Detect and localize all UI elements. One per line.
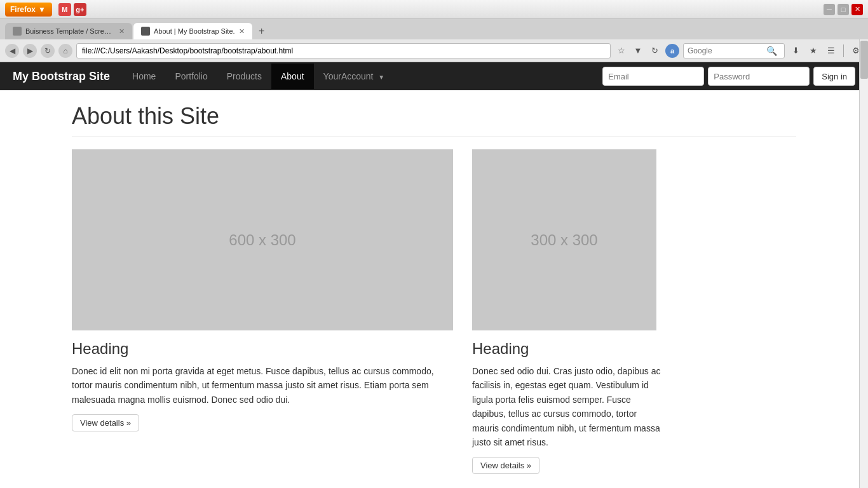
nav-item-home: Home [123, 64, 165, 89]
home-button[interactable]: ⌂ [58, 44, 72, 58]
tab-icon-business [13, 27, 22, 36]
close-button[interactable]: ✕ [851, 4, 863, 15]
gplus-icon[interactable]: g+ [74, 3, 86, 16]
browser-addressbar: ◀ ▶ ↻ ⌂ ☆ ▼ ↻ a 🔍 ⬇ ★ ☰ ⚙ [0, 39, 868, 62]
heading-right: Heading [472, 340, 663, 358]
image-label-right: 300 x 300 [531, 231, 597, 249]
page-container: About this Site 600 x 300 Heading Donec … [53, 90, 815, 488]
tab-label-about: About | My Bootstrap Site. [154, 27, 235, 35]
column-left: 600 x 300 Heading Donec id elit non mi p… [72, 149, 453, 474]
firefox-button[interactable]: Firefox ▼ [5, 3, 52, 17]
downloads-icon[interactable]: ⬇ [789, 44, 803, 58]
navbar-brand[interactable]: My Bootstrap Site [13, 70, 110, 83]
tab-icon-about [141, 27, 150, 36]
menu-icon[interactable]: ☰ [824, 44, 838, 58]
heading-left: Heading [72, 340, 453, 358]
maximize-button[interactable]: □ [837, 4, 849, 15]
minimize-button[interactable]: ─ [824, 4, 835, 15]
column-right: 300 x 300 Heading Donec sed odio dui. Cr… [472, 149, 663, 474]
page-title: About this Site [72, 103, 796, 130]
page-header: About this Site [72, 103, 796, 137]
nav-link-products[interactable]: Products [217, 64, 271, 89]
tab-close-about[interactable]: ✕ [239, 27, 245, 36]
navbar: My Bootstrap Site Home Portfolio Product… [0, 62, 868, 90]
tab-label-business: Buisness Template / Screenshots [25, 27, 115, 35]
nav-link-about[interactable]: About [271, 64, 314, 89]
firefox-arrow: ▼ [38, 5, 46, 14]
bookmarks-icon[interactable]: ★ [806, 44, 820, 58]
signin-button[interactable]: Sign in [813, 67, 855, 86]
text-left: Donec id elit non mi porta gravida at eg… [72, 364, 453, 407]
bookmark-star-icon[interactable]: ☆ [614, 44, 628, 58]
nav-item-products: Products [217, 64, 271, 89]
search-box[interactable]: 🔍 [683, 43, 785, 58]
nav-link-home[interactable]: Home [123, 64, 165, 89]
navbar-right: Sign in [602, 67, 855, 86]
view-details-button-left[interactable]: View details » [72, 414, 139, 431]
browser-chrome: Firefox ▼ M g+ ─ □ ✕ Buisness Template /… [0, 0, 868, 62]
refresh-icon[interactable]: ↻ [648, 44, 661, 58]
tab-business-template[interactable]: Buisness Template / Screenshots ✕ [5, 23, 132, 39]
image-placeholder-right: 300 x 300 [472, 149, 656, 330]
forward-button[interactable]: ▶ [23, 44, 37, 58]
tab-close-business[interactable]: ✕ [119, 27, 125, 36]
new-tab-button[interactable]: + [254, 23, 270, 39]
dropdown-arrow-icon: ▼ [378, 74, 384, 81]
browser-titlebar: Firefox ▼ M g+ ─ □ ✕ [0, 0, 868, 19]
address-bar[interactable] [76, 43, 611, 58]
tab-about[interactable]: About | My Bootstrap Site. ✕ [133, 23, 252, 39]
navbar-nav: Home Portfolio Products About YourAccoun… [123, 64, 602, 89]
nav-link-youraccount[interactable]: YourAccount ▼ [314, 64, 395, 89]
search-icon: 🔍 [766, 46, 777, 56]
nav-link-portfolio[interactable]: Portfolio [165, 64, 217, 89]
image-label-left: 600 x 300 [229, 231, 295, 249]
password-input[interactable] [708, 67, 810, 86]
content-row: 600 x 300 Heading Donec id elit non mi p… [72, 149, 796, 474]
nav-item-portfolio: Portfolio [165, 64, 217, 89]
email-input[interactable] [602, 67, 704, 86]
image-placeholder-left: 600 x 300 [72, 149, 453, 330]
scrollbar-thumb[interactable] [860, 41, 868, 79]
window-controls: ─ □ ✕ [824, 4, 863, 15]
view-details-button-right[interactable]: View details » [472, 457, 539, 474]
reload-button[interactable]: ↻ [41, 44, 55, 58]
toolbar-icons: ☆ ▼ ↻ [614, 44, 661, 58]
firefox-label: Firefox [10, 5, 36, 14]
bookmark-down-icon[interactable]: ▼ [631, 44, 645, 58]
nav-item-about: About [271, 64, 314, 89]
search-input[interactable] [688, 46, 764, 55]
account-icon[interactable]: a [665, 44, 679, 58]
scrollbar[interactable] [859, 39, 868, 488]
browser-tab-bar: Buisness Template / Screenshots ✕ About … [0, 19, 868, 39]
back-button[interactable]: ◀ [5, 44, 19, 58]
text-right: Donec sed odio dui. Cras justo odio, dap… [472, 364, 663, 449]
nav-item-youraccount: YourAccount ▼ [314, 64, 395, 89]
gmail-icon[interactable]: M [58, 3, 71, 16]
